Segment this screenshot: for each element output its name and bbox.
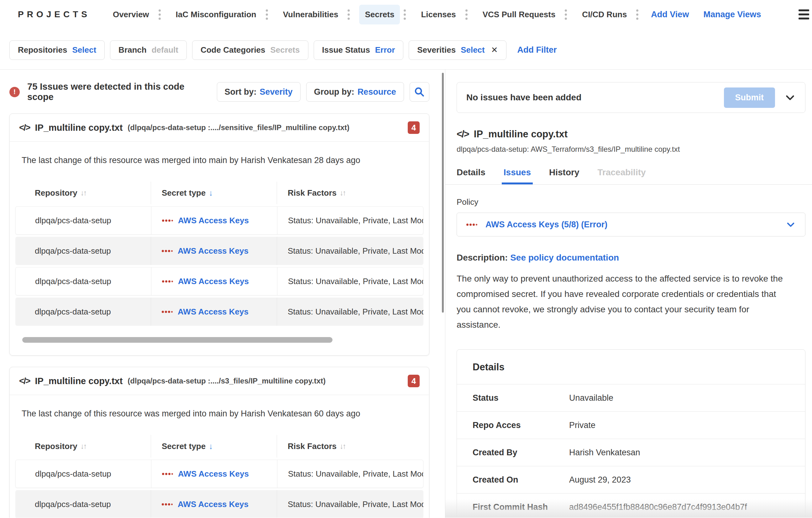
secret-type-cell[interactable]: AWS Access Keys (151, 298, 277, 326)
tab-cicd-runs[interactable]: CI/CD Runs (576, 5, 648, 24)
issue-row[interactable]: dlpqa/pcs-data-setup AWS Access Keys Sta… (16, 267, 424, 295)
tab-overflow-menu-icon[interactable] (157, 8, 162, 21)
policy-dropdown[interactable]: AWS Access Keys (5/8) (Error) (457, 213, 805, 237)
issues-summary: 75 Issues were detected in this code sco… (27, 82, 211, 102)
search-button[interactable] (410, 82, 429, 102)
secret-type-icon (162, 280, 173, 282)
code-file-icon: </> (19, 376, 30, 386)
horizontal-scrollbar[interactable] (22, 337, 332, 343)
sort-icon[interactable]: ↓↑ (81, 188, 86, 197)
tab-overflow-menu-icon[interactable] (264, 8, 269, 21)
column-secret-type[interactable]: Secret type ↓ (151, 182, 277, 204)
policy-description-text: The only way to prevent unauthorized acc… (457, 271, 786, 332)
selected-resource-path: dlpqa/pcs-data-setup: AWS_Terraform/s3_f… (457, 145, 805, 154)
tab-overflow-menu-icon[interactable] (464, 8, 469, 21)
tab-overflow-menu-icon[interactable] (563, 8, 568, 21)
column-secret-type[interactable]: Secret type ↓ (151, 435, 277, 458)
issues-panel: ! 75 Issues were detected in this code s… (0, 70, 445, 518)
description-line: Description: See policy documentation (457, 253, 805, 263)
tab-overflow-menu-icon[interactable] (346, 8, 351, 21)
nav-tabs: Overview IaC Misconfiguration Vulnerabil… (107, 5, 648, 24)
add-view-link[interactable]: Add View (651, 10, 689, 20)
sort-by-control[interactable]: Sort by: Severity (217, 82, 300, 102)
alert-icon: ! (9, 87, 20, 97)
filter-issue-status[interactable]: Issue Status Error (314, 40, 404, 60)
add-filter-link[interactable]: Add Filter (517, 45, 557, 55)
sort-icon[interactable]: ↓↑ (81, 442, 86, 451)
detail-row: First Commit Hash ad8496e455f1fb88480c96… (457, 493, 805, 518)
issue-row[interactable]: dlpqa/pcs-data-setup AWS Access Keys Sta… (16, 490, 424, 518)
column-risk-factors[interactable]: Risk Factors ↓↑ (277, 182, 424, 204)
hamburger-menu-icon[interactable] (799, 9, 809, 20)
tab-vcs-pull-requests[interactable]: VCS Pull Requests (477, 5, 577, 24)
code-file-icon: </> (457, 129, 469, 140)
description-label: Description: (457, 253, 508, 263)
collapse-panel-button[interactable] (784, 92, 796, 103)
detail-row: Created By Harish Venkatesan (457, 439, 805, 466)
issue-row[interactable]: dlpqa/pcs-data-setup AWS Access Keys Sta… (16, 298, 424, 326)
repository-cell: dlpqa/pcs-data-setup (16, 268, 151, 295)
risk-factors-cell: Status: Unavailable, Private, Last Modif… (277, 268, 423, 295)
selected-resource-header: </> IP_multiline copy.txt (457, 129, 805, 140)
resource-title: IP_multiline copy.txt (35, 122, 122, 133)
merge-note: The last change of this resource was mer… (22, 156, 424, 165)
tab-overview[interactable]: Overview (107, 5, 170, 24)
tab-overflow-menu-icon[interactable] (402, 8, 407, 21)
tab-secrets[interactable]: Secrets (359, 5, 415, 24)
issue-row[interactable]: dlpqa/pcs-data-setup AWS Access Keys Sta… (16, 206, 424, 235)
remove-filter-icon[interactable]: ✕ (491, 45, 498, 55)
submit-button[interactable]: Submit (724, 87, 775, 108)
resource-card-body: The last change of this resource was mer… (10, 409, 429, 518)
risk-factors-cell: Status: Unavailable, Private, Last Modif… (277, 460, 423, 488)
risk-factors-cell: Status: Unavailable, Private, Last Modif… (277, 298, 424, 326)
column-repository[interactable]: Repository ↓↑ (16, 182, 151, 204)
resource-card-header[interactable]: </> IP_multiline copy.txt (dlpqa/pcs-dat… (10, 367, 429, 395)
filter-severities[interactable]: Severities Select ✕ (409, 40, 506, 60)
filter-branch[interactable]: Branch default (110, 40, 187, 60)
tab-vulnerabilities[interactable]: Vulnerabilities (277, 5, 359, 24)
tab-iac-misconfiguration[interactable]: IaC Misconfiguration (170, 5, 277, 24)
submit-message: No issues have been added (466, 92, 581, 103)
tab-overflow-menu-icon[interactable] (635, 8, 640, 21)
resource-card-header[interactable]: </> IP_multiline copy.txt (dlpqa/pcs-dat… (10, 114, 429, 142)
repository-cell: dlpqa/pcs-data-setup (16, 298, 151, 326)
secret-type-cell[interactable]: AWS Access Keys (151, 207, 277, 234)
filter-code-categories[interactable]: Code Categories Secrets (192, 40, 309, 60)
sort-desc-icon[interactable]: ↓ (209, 441, 213, 451)
tab-licenses[interactable]: Licenses (415, 5, 477, 24)
main-content: ! 75 Issues were detected in this code s… (0, 70, 812, 518)
table-header: Repository ↓↑ Secret type ↓ Risk Factors… (16, 435, 424, 458)
resource-card: </> IP_multiline copy.txt (dlpqa/pcs-dat… (9, 113, 429, 356)
policy-selected-value[interactable]: AWS Access Keys (5/8) (Error) (486, 220, 607, 229)
column-repository[interactable]: Repository ↓↑ (16, 435, 151, 458)
resource-path: (dlpqa/pcs-data-setup :..../sensitive_fi… (127, 123, 349, 132)
tab-details[interactable]: Details (457, 167, 486, 184)
projects-logo: PROJECTS (18, 9, 90, 20)
issue-count-badge: 4 (408, 375, 419, 387)
secret-type-cell[interactable]: AWS Access Keys (151, 460, 277, 488)
secret-type-cell[interactable]: AWS Access Keys (151, 268, 277, 295)
filter-repositories[interactable]: Repositories Select (9, 40, 105, 60)
sort-icon[interactable]: ↓↑ (340, 442, 345, 451)
issue-row[interactable]: dlpqa/pcs-data-setup AWS Access Keys Sta… (16, 460, 424, 488)
policy-documentation-link[interactable]: See policy documentation (510, 253, 619, 263)
dropdown-chevron[interactable] (786, 219, 796, 229)
secret-type-cell[interactable]: AWS Access Keys (151, 490, 277, 518)
group-by-control[interactable]: Group by: Resource (306, 82, 404, 102)
secret-type-icon (162, 250, 173, 252)
sort-desc-icon[interactable]: ↓ (209, 188, 213, 198)
secret-type-icon (162, 311, 173, 313)
code-file-icon: </> (19, 122, 30, 133)
risk-factors-cell: Status: Unavailable, Private, Last Modif… (277, 207, 423, 234)
issue-row[interactable]: dlpqa/pcs-data-setup AWS Access Keys Sta… (16, 237, 424, 265)
tab-issues[interactable]: Issues (503, 167, 531, 184)
secret-type-cell[interactable]: AWS Access Keys (151, 237, 277, 265)
manage-views-link[interactable]: Manage Views (703, 10, 761, 20)
details-box-title: Details (457, 350, 805, 384)
tab-history[interactable]: History (549, 167, 579, 184)
column-risk-factors[interactable]: Risk Factors ↓↑ (277, 435, 424, 458)
vertical-scrollbar[interactable] (442, 73, 444, 312)
policy-label: Policy (457, 197, 805, 207)
sort-icon[interactable]: ↓↑ (340, 188, 345, 197)
secret-type-icon (162, 219, 173, 222)
